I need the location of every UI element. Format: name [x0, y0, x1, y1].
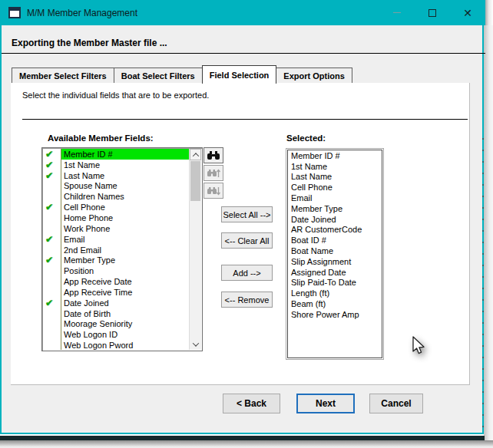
close-button[interactable]: ✕	[450, 0, 485, 25]
scrollbar-thumb[interactable]	[190, 161, 200, 201]
available-list-item[interactable]: Children Names	[43, 191, 189, 202]
window-border-dots	[482, 138, 484, 433]
available-list-item[interactable]: ✔Member Type	[43, 255, 189, 265]
maximize-icon	[428, 9, 436, 17]
available-item-label: App Receive Time	[61, 287, 189, 298]
available-item-label: 1st Name	[61, 160, 189, 170]
available-item-label: Web Logon Pword	[61, 340, 189, 350]
selected-list-item[interactable]: Slip Paid-To Date	[288, 278, 382, 288]
panel-separator	[22, 119, 468, 120]
scroll-down-button[interactable]	[190, 338, 201, 350]
cancel-button[interactable]: Cancel	[369, 394, 423, 413]
clear-all-button[interactable]: <-- Clear All	[221, 232, 273, 249]
maximize-button[interactable]	[415, 0, 450, 25]
available-list-item[interactable]: ✔Cell Phone	[43, 202, 189, 212]
check-icon: ✔	[43, 171, 61, 180]
available-list-item[interactable]: App Receive Date	[43, 276, 189, 287]
available-item-label: Children Names	[61, 191, 189, 202]
find-button[interactable]	[203, 147, 223, 163]
available-scrollbar[interactable]	[189, 149, 201, 350]
available-fields-list: ✔Member ID #✔1st Name✔Last NameSpouse Na…	[41, 147, 203, 351]
tab-boat-select-filters[interactable]: Boat Select Filters	[114, 68, 203, 84]
available-list-item[interactable]: App Receive Time	[43, 287, 189, 298]
available-item-label: App Receive Date	[61, 276, 189, 287]
find-next-icon	[207, 186, 220, 196]
window-drop-shadow	[0, 440, 493, 448]
check-icon: ✔	[43, 150, 61, 159]
check-icon: ✔	[45, 170, 53, 181]
selected-fields-label: Selected:	[286, 133, 326, 143]
remove-button[interactable]: <-- Remove	[221, 292, 273, 308]
scroll-up-button[interactable]	[190, 149, 201, 160]
available-list-item[interactable]: Spouse Name	[43, 181, 189, 192]
tab-export-options[interactable]: Export Options	[276, 68, 352, 84]
select-all-button[interactable]: Select All -->	[221, 206, 273, 222]
available-list-item[interactable]: ✔Member ID #	[43, 149, 189, 160]
available-item-label: Spouse Name	[61, 181, 189, 192]
available-item-label: Last Name	[61, 170, 189, 181]
selected-list-item[interactable]: Date Joined	[288, 214, 382, 225]
available-fields-rows: ✔Member ID #✔1st Name✔Last NameSpouse Na…	[43, 149, 189, 350]
tab-field-selection[interactable]: Field Selection	[202, 65, 277, 84]
selected-fields-rows: Member ID #1st NameLast NameCell PhoneEm…	[287, 150, 382, 358]
desktop-background	[484, 25, 493, 440]
selected-fields-list: Member ID #1st NameLast NameCell PhoneEm…	[286, 148, 384, 360]
selected-list-item[interactable]: Email	[288, 193, 382, 203]
available-list-item[interactable]: 2nd Email	[43, 245, 189, 255]
available-list-item[interactable]: Web Logon ID	[43, 329, 189, 340]
check-icon: ✔	[45, 202, 53, 212]
chevron-up-icon	[192, 153, 198, 159]
title-bar: M/M Member Management ✕	[2, 0, 485, 25]
available-item-label: Position	[61, 265, 189, 276]
available-item-label: Date of Birth	[61, 308, 189, 319]
find-next-button[interactable]	[203, 183, 223, 199]
find-previous-icon	[207, 168, 220, 179]
available-list-item[interactable]: Work Phone	[43, 223, 189, 234]
check-icon: ✔	[43, 160, 61, 170]
selected-list-item[interactable]: Length (ft)	[288, 288, 382, 298]
available-list-item[interactable]: Web Logon Pword	[43, 340, 189, 350]
available-list-item[interactable]: Moorage Seniority	[43, 319, 189, 330]
tab-member-select-filters[interactable]: Member Select Filters	[12, 68, 114, 84]
selected-list-item[interactable]: Shore Power Amp	[288, 309, 382, 320]
selected-list-item[interactable]: Assigned Date	[288, 267, 382, 278]
available-list-item[interactable]: Position	[43, 265, 189, 276]
selected-list-item[interactable]: AR CustomerCode	[288, 225, 382, 236]
selected-list-item[interactable]: Member Type	[288, 203, 382, 214]
check-icon: ✔	[45, 234, 53, 245]
selected-list-item[interactable]: Boat ID #	[288, 235, 382, 245]
panel-instruction: Select the individual fields that are to…	[22, 91, 209, 100]
check-icon: ✔	[43, 298, 61, 308]
back-button[interactable]: < Back	[223, 394, 280, 413]
check-icon: ✔	[45, 160, 53, 170]
check-gutter-separator	[61, 149, 61, 350]
selected-list-item[interactable]: Beam (ft)	[288, 298, 382, 309]
available-list-item[interactable]: ✔1st Name	[43, 160, 189, 170]
chevron-down-icon	[192, 340, 198, 346]
minimize-icon	[393, 12, 401, 13]
selected-list-item[interactable]: Boat Name	[288, 245, 382, 256]
selected-list-item[interactable]: Member ID #	[288, 150, 382, 161]
next-button[interactable]: Next	[296, 394, 355, 413]
selected-list-item[interactable]: 1st Name	[288, 161, 382, 172]
available-item-label: Web Logon ID	[61, 329, 189, 340]
mouse-cursor-icon	[410, 336, 427, 356]
selected-list-item[interactable]: Last Name	[288, 172, 382, 183]
find-previous-button[interactable]	[203, 165, 223, 181]
available-item-label: Cell Phone	[61, 202, 189, 212]
available-item-label: Member ID #	[61, 149, 189, 160]
check-icon: ✔	[45, 149, 53, 160]
available-list-item[interactable]: ✔Email	[43, 234, 189, 245]
selected-list-item[interactable]: Slip Assignment	[288, 256, 382, 267]
available-list-item[interactable]: Date of Birth	[43, 308, 189, 319]
available-list-item[interactable]: Home Phone	[43, 212, 189, 223]
add-button[interactable]: Add -->	[221, 265, 273, 281]
dialog-window: M/M Member Management ✕ Exporting the Me…	[0, 0, 484, 434]
window-title: M/M Member Management	[27, 8, 137, 18]
minimize-button[interactable]	[379, 0, 415, 25]
check-icon: ✔	[45, 255, 53, 265]
available-list-item[interactable]: ✔Date Joined	[43, 298, 189, 308]
close-icon: ✕	[463, 8, 472, 18]
available-list-item[interactable]: ✔Last Name	[43, 170, 189, 181]
selected-list-item[interactable]: Cell Phone	[288, 182, 382, 193]
